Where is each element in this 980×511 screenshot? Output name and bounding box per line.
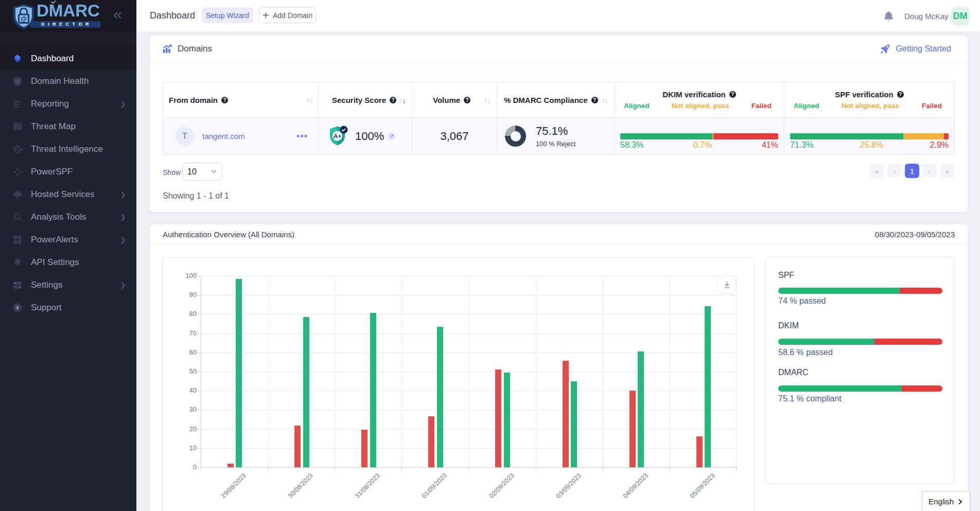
svg-text:A+: A+ — [334, 132, 342, 139]
svg-text:@: @ — [21, 15, 27, 23]
